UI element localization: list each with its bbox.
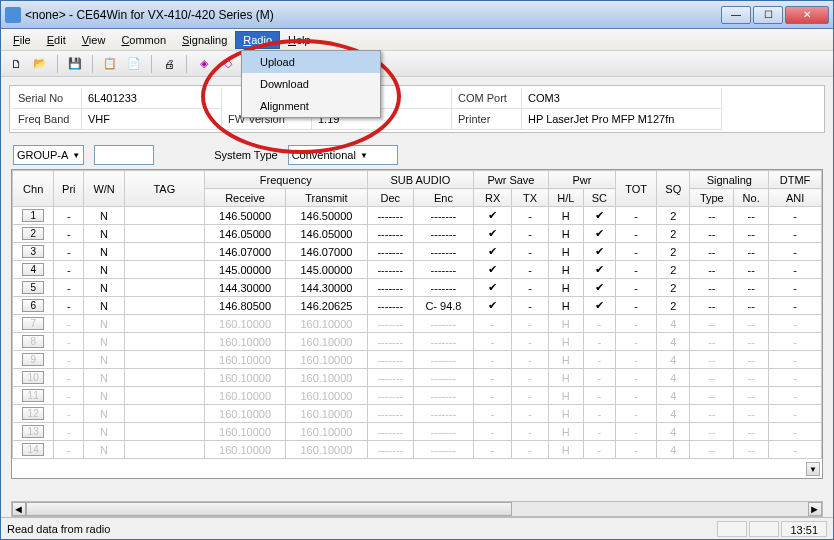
- cell[interactable]: -: [769, 369, 822, 387]
- cell[interactable]: 2: [657, 297, 690, 315]
- cell[interactable]: --: [690, 297, 734, 315]
- cell[interactable]: -: [54, 369, 84, 387]
- col-tag[interactable]: TAG: [124, 171, 204, 207]
- cell[interactable]: [124, 297, 204, 315]
- cell[interactable]: -: [583, 405, 615, 423]
- cell[interactable]: --: [734, 315, 769, 333]
- cell[interactable]: 160.10000: [204, 441, 285, 459]
- cell[interactable]: -: [474, 351, 512, 369]
- cell[interactable]: -: [54, 207, 84, 225]
- cell[interactable]: -: [54, 225, 84, 243]
- cell[interactable]: --: [690, 315, 734, 333]
- table-row[interactable]: 13-N160.10000160.10000----------------H-…: [13, 423, 822, 441]
- cell[interactable]: 4: [657, 333, 690, 351]
- col-enc[interactable]: Enc: [413, 189, 473, 207]
- cell[interactable]: ✔: [583, 243, 615, 261]
- minimize-button[interactable]: —: [721, 6, 751, 24]
- cell[interactable]: 146.05000: [204, 225, 285, 243]
- cell[interactable]: -: [474, 441, 512, 459]
- cell[interactable]: -: [616, 405, 657, 423]
- cell[interactable]: --: [690, 333, 734, 351]
- col-sc[interactable]: SC: [583, 189, 615, 207]
- cell[interactable]: -: [54, 441, 84, 459]
- cell[interactable]: ✔: [474, 261, 512, 279]
- cell[interactable]: [124, 261, 204, 279]
- col-dec[interactable]: Dec: [367, 189, 413, 207]
- cell[interactable]: -: [512, 441, 548, 459]
- col-tot[interactable]: TOT: [616, 171, 657, 207]
- cell[interactable]: -: [54, 243, 84, 261]
- cell[interactable]: 8: [13, 333, 54, 351]
- cell[interactable]: 160.10000: [286, 369, 367, 387]
- cell[interactable]: -------: [413, 279, 473, 297]
- cell[interactable]: H: [548, 261, 583, 279]
- cell[interactable]: H: [548, 315, 583, 333]
- cell[interactable]: -: [769, 351, 822, 369]
- cell[interactable]: -: [769, 243, 822, 261]
- col-tx[interactable]: TX: [512, 189, 548, 207]
- cell[interactable]: -: [512, 333, 548, 351]
- cell[interactable]: N: [84, 207, 125, 225]
- cell[interactable]: -: [474, 387, 512, 405]
- cell[interactable]: H: [548, 405, 583, 423]
- cell[interactable]: -------: [413, 243, 473, 261]
- cell[interactable]: H: [548, 441, 583, 459]
- cell[interactable]: -------: [367, 225, 413, 243]
- cell[interactable]: -: [54, 351, 84, 369]
- cell[interactable]: -: [616, 369, 657, 387]
- cell[interactable]: H: [548, 369, 583, 387]
- copy-icon[interactable]: 📋: [101, 55, 119, 73]
- cell[interactable]: ✔: [474, 225, 512, 243]
- cell[interactable]: ✔: [474, 243, 512, 261]
- cell[interactable]: -: [583, 369, 615, 387]
- col-wn[interactable]: W/N: [84, 171, 125, 207]
- cell[interactable]: 144.30000: [204, 279, 285, 297]
- cell[interactable]: [124, 387, 204, 405]
- cell[interactable]: [124, 207, 204, 225]
- cell[interactable]: -------: [367, 243, 413, 261]
- cell[interactable]: ✔: [583, 261, 615, 279]
- cell[interactable]: 144.30000: [286, 279, 367, 297]
- cell[interactable]: -: [769, 441, 822, 459]
- cell[interactable]: 2: [657, 225, 690, 243]
- menuitem-alignment[interactable]: Alignment: [242, 95, 380, 117]
- menu-edit[interactable]: Edit: [39, 31, 74, 49]
- cell[interactable]: --: [734, 297, 769, 315]
- cell[interactable]: 160.10000: [204, 369, 285, 387]
- cell[interactable]: -: [474, 369, 512, 387]
- save-icon[interactable]: 💾: [66, 55, 84, 73]
- cell[interactable]: -: [616, 261, 657, 279]
- cell[interactable]: 4: [13, 261, 54, 279]
- cell[interactable]: -: [512, 369, 548, 387]
- cell[interactable]: 160.10000: [286, 441, 367, 459]
- cell[interactable]: --: [690, 279, 734, 297]
- cell[interactable]: -: [616, 279, 657, 297]
- maximize-button[interactable]: ☐: [753, 6, 783, 24]
- new-icon[interactable]: 🗋: [7, 55, 25, 73]
- cell[interactable]: 146.07000: [204, 243, 285, 261]
- cell[interactable]: -: [54, 279, 84, 297]
- cell[interactable]: 160.10000: [204, 405, 285, 423]
- cell[interactable]: 160.10000: [204, 351, 285, 369]
- cell[interactable]: 160.10000: [286, 351, 367, 369]
- cell[interactable]: ✔: [583, 225, 615, 243]
- cell[interactable]: 160.10000: [286, 315, 367, 333]
- menu-view[interactable]: View: [74, 31, 114, 49]
- col-type[interactable]: Type: [690, 189, 734, 207]
- cell[interactable]: 145.00000: [204, 261, 285, 279]
- cell[interactable]: ✔: [474, 207, 512, 225]
- cell[interactable]: -: [616, 387, 657, 405]
- cell[interactable]: N: [84, 423, 125, 441]
- col-chn[interactable]: Chn: [13, 171, 54, 207]
- cell[interactable]: H: [548, 351, 583, 369]
- cell[interactable]: [124, 405, 204, 423]
- cell[interactable]: --: [690, 405, 734, 423]
- cell[interactable]: --: [690, 261, 734, 279]
- col-ani[interactable]: ANI: [769, 189, 822, 207]
- cell[interactable]: H: [548, 225, 583, 243]
- cell[interactable]: N: [84, 225, 125, 243]
- cell[interactable]: 12: [13, 405, 54, 423]
- systemtype-combo[interactable]: Conventional▼: [288, 145, 398, 165]
- upload-icon[interactable]: ◇: [219, 55, 237, 73]
- cell[interactable]: -: [54, 405, 84, 423]
